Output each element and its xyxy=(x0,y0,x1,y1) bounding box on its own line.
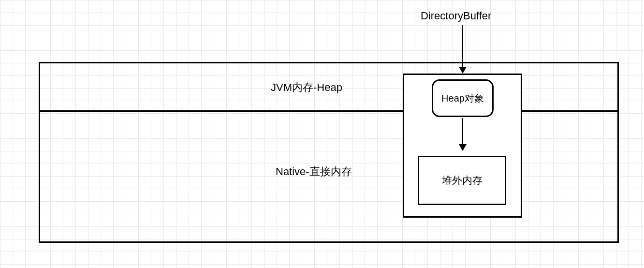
jvm-native-divider xyxy=(39,110,619,112)
heap-object-text: Heap对象 xyxy=(441,92,484,105)
arrow-to-off-heap xyxy=(462,118,463,150)
jvm-heap-label: JVM内存-Heap xyxy=(271,80,342,95)
off-heap-memory-box: 堆外内存 xyxy=(418,156,506,205)
off-heap-memory-text: 堆外内存 xyxy=(442,174,483,187)
directory-buffer-label: DirectoryBuffer xyxy=(421,10,491,22)
native-memory-label: Native-直接内存 xyxy=(276,164,352,179)
heap-object-box: Heap对象 xyxy=(432,79,494,117)
